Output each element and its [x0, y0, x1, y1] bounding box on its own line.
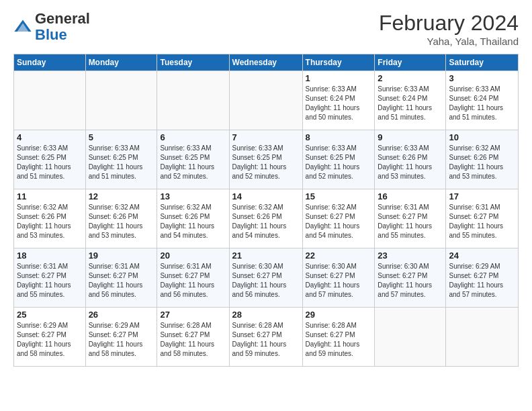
day-number: 22 [306, 250, 372, 261]
calendar-cell: 12Sunrise: 6:32 AM Sunset: 6:26 PM Dayli… [85, 189, 157, 248]
day-info: Sunrise: 6:31 AM Sunset: 6:27 PM Dayligh… [378, 203, 443, 240]
day-info: Sunrise: 6:31 AM Sunset: 6:27 PM Dayligh… [160, 262, 226, 300]
day-info: Sunrise: 6:31 AM Sunset: 6:27 PM Dayligh… [89, 262, 154, 300]
month-year: February 2024 [379, 11, 519, 36]
day-number: 19 [89, 250, 154, 261]
day-number: 26 [89, 310, 154, 320]
calendar-week-row: 25Sunrise: 6:29 AM Sunset: 6:27 PM Dayli… [14, 308, 519, 367]
weekday-header: Tuesday [157, 54, 229, 71]
logo-text: General Blue [35, 11, 90, 43]
weekday-header: Monday [85, 54, 157, 71]
day-number: 17 [449, 191, 515, 201]
calendar-cell: 25Sunrise: 6:29 AM Sunset: 6:27 PM Dayli… [14, 308, 86, 367]
calendar-cell [14, 71, 86, 130]
calendar-cell: 17Sunrise: 6:31 AM Sunset: 6:27 PM Dayli… [446, 189, 519, 248]
day-number: 25 [17, 310, 83, 320]
day-number: 18 [17, 250, 83, 261]
day-info: Sunrise: 6:33 AM Sunset: 6:25 PM Dayligh… [306, 144, 372, 181]
calendar-cell: 18Sunrise: 6:31 AM Sunset: 6:27 PM Dayli… [14, 248, 86, 308]
day-number: 27 [160, 310, 226, 320]
day-info: Sunrise: 6:28 AM Sunset: 6:27 PM Dayligh… [306, 321, 372, 359]
calendar-cell: 2Sunrise: 6:33 AM Sunset: 6:24 PM Daylig… [375, 71, 446, 130]
calendar-cell [157, 71, 229, 130]
calendar-cell: 3Sunrise: 6:33 AM Sunset: 6:24 PM Daylig… [446, 71, 519, 130]
weekday-header: Saturday [446, 54, 519, 71]
day-number: 13 [160, 191, 226, 201]
calendar-cell: 13Sunrise: 6:32 AM Sunset: 6:26 PM Dayli… [157, 189, 229, 248]
calendar-cell: 16Sunrise: 6:31 AM Sunset: 6:27 PM Dayli… [375, 189, 446, 248]
weekday-header: Thursday [302, 54, 375, 71]
calendar-cell: 20Sunrise: 6:31 AM Sunset: 6:27 PM Dayli… [157, 248, 229, 308]
calendar-week-row: 18Sunrise: 6:31 AM Sunset: 6:27 PM Dayli… [14, 248, 519, 308]
calendar-cell: 1Sunrise: 6:33 AM Sunset: 6:24 PM Daylig… [302, 71, 375, 130]
day-number: 29 [306, 310, 372, 320]
calendar-cell: 9Sunrise: 6:33 AM Sunset: 6:26 PM Daylig… [375, 130, 446, 189]
calendar-week-row: 4Sunrise: 6:33 AM Sunset: 6:25 PM Daylig… [14, 130, 519, 189]
calendar-cell: 26Sunrise: 6:29 AM Sunset: 6:27 PM Dayli… [85, 308, 157, 367]
day-number: 1 [306, 73, 372, 83]
day-info: Sunrise: 6:29 AM Sunset: 6:27 PM Dayligh… [17, 321, 83, 359]
day-info: Sunrise: 6:32 AM Sunset: 6:26 PM Dayligh… [89, 203, 154, 240]
calendar-cell [85, 71, 157, 130]
weekday-header: Friday [375, 54, 446, 71]
day-number: 21 [232, 250, 300, 261]
day-number: 9 [378, 132, 443, 142]
day-number: 10 [449, 132, 515, 142]
calendar-cell: 29Sunrise: 6:28 AM Sunset: 6:27 PM Dayli… [302, 308, 375, 367]
day-info: Sunrise: 6:30 AM Sunset: 6:27 PM Dayligh… [306, 262, 372, 300]
day-number: 14 [232, 191, 300, 201]
calendar-cell: 24Sunrise: 6:29 AM Sunset: 6:27 PM Dayli… [446, 248, 519, 308]
day-info: Sunrise: 6:29 AM Sunset: 6:27 PM Dayligh… [89, 321, 154, 359]
day-number: 4 [17, 132, 83, 142]
weekday-header: Wednesday [229, 54, 302, 71]
calendar-cell: 22Sunrise: 6:30 AM Sunset: 6:27 PM Dayli… [302, 248, 375, 308]
logo: General Blue [13, 11, 90, 43]
day-info: Sunrise: 6:33 AM Sunset: 6:26 PM Dayligh… [378, 144, 443, 181]
day-info: Sunrise: 6:33 AM Sunset: 6:25 PM Dayligh… [160, 144, 226, 181]
calendar-cell [446, 308, 519, 367]
day-info: Sunrise: 6:32 AM Sunset: 6:27 PM Dayligh… [306, 203, 372, 240]
day-info: Sunrise: 6:29 AM Sunset: 6:27 PM Dayligh… [449, 262, 515, 300]
calendar-cell: 11Sunrise: 6:32 AM Sunset: 6:26 PM Dayli… [14, 189, 86, 248]
calendar-cell: 4Sunrise: 6:33 AM Sunset: 6:25 PM Daylig… [14, 130, 86, 189]
day-number: 7 [232, 132, 300, 142]
day-info: Sunrise: 6:32 AM Sunset: 6:26 PM Dayligh… [17, 203, 83, 240]
calendar-week-row: 11Sunrise: 6:32 AM Sunset: 6:26 PM Dayli… [14, 189, 519, 248]
weekday-header: Sunday [14, 54, 86, 71]
calendar-cell: 7Sunrise: 6:33 AM Sunset: 6:25 PM Daylig… [229, 130, 302, 189]
day-number: 2 [378, 73, 443, 83]
day-number: 16 [378, 191, 443, 201]
calendar-cell: 6Sunrise: 6:33 AM Sunset: 6:25 PM Daylig… [157, 130, 229, 189]
day-info: Sunrise: 6:32 AM Sunset: 6:26 PM Dayligh… [449, 144, 515, 181]
calendar-cell: 27Sunrise: 6:28 AM Sunset: 6:27 PM Dayli… [157, 308, 229, 367]
header: General Blue February 2024 Yaha, Yala, T… [13, 11, 519, 47]
logo-general: General [35, 10, 90, 27]
day-info: Sunrise: 6:31 AM Sunset: 6:27 PM Dayligh… [17, 262, 83, 300]
day-info: Sunrise: 6:32 AM Sunset: 6:26 PM Dayligh… [232, 203, 300, 240]
day-number: 28 [232, 310, 300, 320]
day-number: 5 [89, 132, 154, 142]
day-info: Sunrise: 6:28 AM Sunset: 6:27 PM Dayligh… [160, 321, 226, 359]
day-number: 20 [160, 250, 226, 261]
logo-blue: Blue [35, 26, 67, 43]
calendar: SundayMondayTuesdayWednesdayThursdayFrid… [13, 54, 519, 367]
calendar-cell [375, 308, 446, 367]
calendar-cell: 14Sunrise: 6:32 AM Sunset: 6:26 PM Dayli… [229, 189, 302, 248]
calendar-cell: 28Sunrise: 6:28 AM Sunset: 6:27 PM Dayli… [229, 308, 302, 367]
day-number: 15 [306, 191, 372, 201]
day-info: Sunrise: 6:33 AM Sunset: 6:25 PM Dayligh… [232, 144, 300, 181]
day-info: Sunrise: 6:31 AM Sunset: 6:27 PM Dayligh… [449, 203, 515, 240]
calendar-cell [229, 71, 302, 130]
day-number: 3 [449, 73, 515, 83]
day-info: Sunrise: 6:30 AM Sunset: 6:27 PM Dayligh… [378, 262, 443, 300]
calendar-cell: 15Sunrise: 6:32 AM Sunset: 6:27 PM Dayli… [302, 189, 375, 248]
day-info: Sunrise: 6:33 AM Sunset: 6:24 PM Dayligh… [306, 85, 372, 122]
title-block: February 2024 Yaha, Yala, Thailand [379, 11, 519, 47]
day-info: Sunrise: 6:30 AM Sunset: 6:27 PM Dayligh… [232, 262, 300, 300]
weekday-header-row: SundayMondayTuesdayWednesdayThursdayFrid… [14, 54, 519, 71]
day-info: Sunrise: 6:32 AM Sunset: 6:26 PM Dayligh… [160, 203, 226, 240]
day-number: 11 [17, 191, 83, 201]
calendar-cell: 21Sunrise: 6:30 AM Sunset: 6:27 PM Dayli… [229, 248, 302, 308]
day-info: Sunrise: 6:33 AM Sunset: 6:25 PM Dayligh… [89, 144, 154, 181]
calendar-week-row: 1Sunrise: 6:33 AM Sunset: 6:24 PM Daylig… [14, 71, 519, 130]
